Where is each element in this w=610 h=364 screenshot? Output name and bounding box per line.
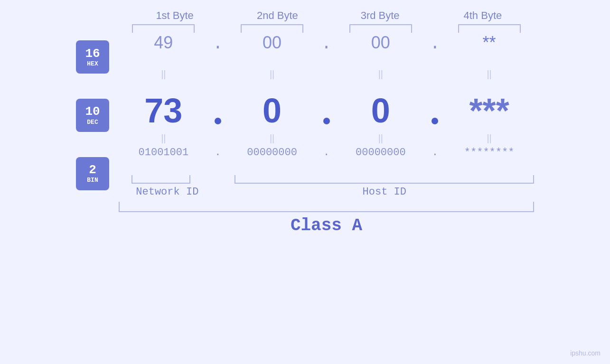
main-row: 16 HEX 10 DEC 2 BIN 49 . 00 . 00 . ** bbox=[76, 33, 534, 198]
hex-b4: ** bbox=[483, 33, 496, 53]
values-column: 49 . 00 . 00 . ** || || || || 73 bbox=[119, 33, 534, 198]
dec-dot1 bbox=[215, 118, 221, 124]
bin-b4: ******** bbox=[464, 147, 515, 159]
bin-dot3: . bbox=[432, 147, 438, 159]
host-id-brackets bbox=[119, 175, 534, 184]
hex-dot2: . bbox=[321, 34, 332, 54]
bin-b1: 01001001 bbox=[139, 147, 189, 159]
bin-b2: 00000000 bbox=[247, 147, 297, 159]
eq2-b1: || bbox=[161, 133, 166, 144]
class-bracket bbox=[119, 202, 534, 212]
eq1-b4: || bbox=[487, 69, 491, 80]
class-section: Class A bbox=[119, 202, 534, 235]
hex-row: 49 . 00 . 00 . ** bbox=[119, 33, 534, 66]
byte1-label: 1st Byte bbox=[123, 9, 226, 22]
byte-headers: 1st Byte 2nd Byte 3rd Byte 4th Byte bbox=[76, 9, 534, 22]
bin-dot2: . bbox=[323, 147, 329, 159]
byte2-label: 2nd Byte bbox=[226, 9, 328, 22]
bin-badge: 2 BIN bbox=[76, 157, 109, 190]
equals-row-2: || || || || bbox=[119, 130, 534, 147]
main-container: 1st Byte 2nd Byte 3rd Byte 4th Byte 16 H… bbox=[0, 0, 610, 364]
byte4-label: 4th Byte bbox=[432, 9, 534, 22]
host-id-label: Host ID bbox=[363, 186, 406, 198]
hex-b1: 49 bbox=[154, 33, 173, 53]
dec-b2: 0 bbox=[263, 91, 282, 130]
hex-dot3: . bbox=[430, 34, 440, 54]
class-label: Class A bbox=[291, 216, 362, 235]
eq1-b3: || bbox=[378, 69, 383, 80]
dec-row: 73 0 0 *** bbox=[119, 83, 534, 130]
network-id-label: Network ID bbox=[136, 186, 198, 198]
hex-badge: 16 HEX bbox=[76, 40, 109, 74]
dec-b1: 73 bbox=[144, 91, 182, 130]
bin-dot1: . bbox=[215, 147, 221, 159]
eq2-b2: || bbox=[270, 133, 274, 144]
top-brackets bbox=[76, 24, 534, 33]
dec-b3: 0 bbox=[371, 91, 390, 130]
bin-row: 01001001 . 00000000 . 00000000 . *******… bbox=[119, 147, 534, 173]
eq1-b1: || bbox=[161, 69, 166, 80]
equals-row-1: || || || || bbox=[119, 66, 534, 83]
bin-b3: 00000000 bbox=[356, 147, 406, 159]
eq1-b2: || bbox=[270, 69, 274, 80]
id-labels: Network ID Host ID bbox=[119, 186, 534, 198]
dec-dot3 bbox=[432, 118, 438, 124]
eq2-b4: || bbox=[487, 133, 491, 144]
eq2-b3: || bbox=[378, 133, 383, 144]
dec-dot2 bbox=[323, 118, 330, 124]
hex-b2: 00 bbox=[263, 33, 282, 53]
dec-b4: *** bbox=[469, 91, 509, 130]
watermark: ipshu.com bbox=[570, 349, 601, 357]
badges-column: 16 HEX 10 DEC 2 BIN bbox=[76, 33, 119, 198]
byte3-label: 3rd Byte bbox=[329, 9, 432, 22]
hex-b3: 00 bbox=[371, 33, 390, 53]
dec-badge: 10 DEC bbox=[76, 99, 109, 132]
hex-dot1: . bbox=[213, 34, 223, 54]
